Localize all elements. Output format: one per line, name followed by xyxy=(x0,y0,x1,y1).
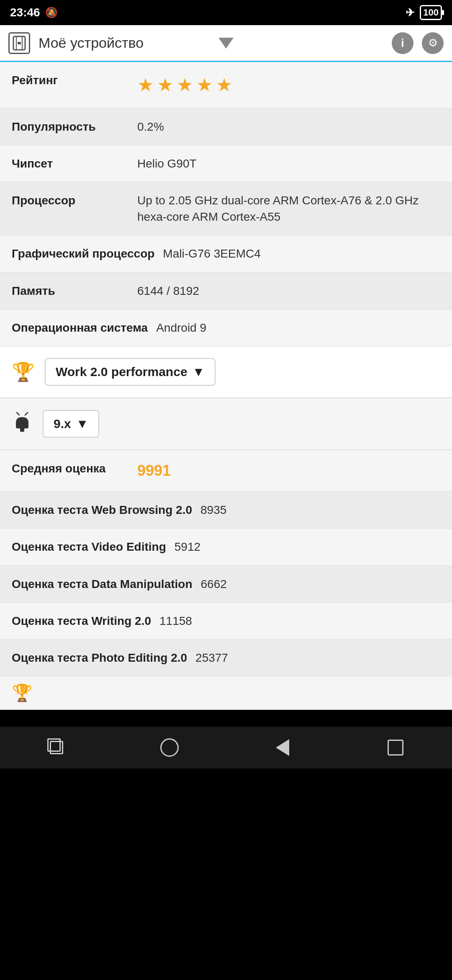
video-editing-label: Оценка теста Video Editing xyxy=(12,539,166,555)
os-label: Операционная система xyxy=(12,320,148,336)
memory-row: Память 6144 / 8192 xyxy=(0,273,452,309)
partial-row: 🏆 xyxy=(0,676,452,710)
os-value: Android 9 xyxy=(156,320,440,336)
data-manipulation-label: Оценка теста Data Manipulation xyxy=(12,576,193,592)
benchmark-dropdown-arrow: ▼ xyxy=(193,365,205,379)
notification-icon: 🔕 xyxy=(45,7,58,18)
star-1: ★ xyxy=(137,72,154,98)
android-version-section: 9.x ▼ xyxy=(0,398,452,450)
svg-line-6 xyxy=(17,413,19,415)
svg-rect-3 xyxy=(18,42,21,44)
average-score-row: Средняя оценка 9991 xyxy=(0,450,452,492)
memory-label: Память xyxy=(12,283,129,299)
benchmark-section: 🏆 Work 2.0 performance ▼ xyxy=(0,346,452,398)
status-bar: 23:46 🔕 ✈ 100 xyxy=(0,0,452,25)
rating-row: Рейтинг ★ ★ ★ ★ ★ xyxy=(0,62,452,108)
benchmark-name: Work 2.0 performance xyxy=(56,365,187,379)
web-browsing-value: 8935 xyxy=(200,502,440,518)
writing-row: Оценка теста Writing 2.0 11158 xyxy=(0,603,452,640)
airplane-icon: ✈ xyxy=(406,6,415,19)
status-left: 23:46 🔕 xyxy=(10,6,58,19)
photo-editing-label: Оценка теста Photo Editing 2.0 xyxy=(12,650,187,666)
average-score-label: Средняя оценка xyxy=(12,460,129,477)
black-gap xyxy=(0,710,452,727)
data-manipulation-value: 6662 xyxy=(201,576,440,592)
popularity-row: Популярность 0.2% xyxy=(0,108,452,145)
battery-icon: 100 xyxy=(420,5,442,20)
square-icon xyxy=(388,740,403,756)
data-manipulation-row: Оценка теста Data Manipulation 6662 xyxy=(0,566,452,603)
android-version-arrow: ▼ xyxy=(76,417,89,431)
writing-value: 11158 xyxy=(159,613,440,629)
page-title: Моё устройство xyxy=(39,35,383,51)
nav-home-button[interactable] xyxy=(157,735,182,760)
rating-label: Рейтинг xyxy=(12,72,129,88)
cpu-row: Процессор Up to 2.05 GHz dual-core ARM C… xyxy=(0,182,452,235)
star-5: ★ xyxy=(216,72,232,98)
gear-icon: ⚙ xyxy=(428,36,438,49)
chipset-label: Чипсет xyxy=(12,155,129,172)
os-row: Операционная система Android 9 xyxy=(0,309,452,346)
score-section: Средняя оценка 9991 Оценка теста Web Bro… xyxy=(0,450,452,710)
back-icon xyxy=(276,739,289,756)
web-browsing-label: Оценка теста Web Browsing 2.0 xyxy=(12,502,192,518)
chipset-value: Helio G90T xyxy=(137,155,440,172)
battery-display: 100 xyxy=(420,5,442,20)
video-editing-row: Оценка теста Video Editing 5912 xyxy=(0,529,452,565)
popularity-label: Популярность xyxy=(12,119,129,135)
recents-icon xyxy=(47,738,66,757)
trophy-icon: 🏆 xyxy=(12,361,35,383)
spec-table: Рейтинг ★ ★ ★ ★ ★ Популярность 0.2% Чипс… xyxy=(0,62,452,346)
gpu-label: Графический процессор xyxy=(12,245,154,262)
nav-recents-button[interactable] xyxy=(44,735,69,760)
status-right: ✈ 100 xyxy=(406,5,442,20)
bottom-nav xyxy=(0,727,452,769)
gpu-value: Mali-G76 3EEMC4 xyxy=(163,245,440,262)
photo-editing-row: Оценка теста Photo Editing 2.0 25377 xyxy=(0,640,452,676)
info-button[interactable]: i xyxy=(392,32,413,54)
android-icon xyxy=(12,411,33,437)
stars-container: ★ ★ ★ ★ ★ xyxy=(137,72,440,98)
header-actions: i ⚙ xyxy=(392,32,444,54)
cpu-value: Up to 2.05 GHz dual-core ARM Cortex-A76 … xyxy=(137,192,440,225)
app-header: Моё устройство i ⚙ xyxy=(0,25,452,62)
popularity-value: 0.2% xyxy=(137,119,440,135)
svg-line-7 xyxy=(25,413,28,415)
time-display: 23:46 xyxy=(10,6,40,19)
photo-editing-value: 25377 xyxy=(195,650,440,666)
memory-value: 6144 / 8192 xyxy=(137,283,440,299)
cpu-label: Процессор xyxy=(12,192,129,209)
nav-back-button[interactable] xyxy=(270,735,295,760)
settings-button[interactable]: ⚙ xyxy=(422,32,444,54)
star-4: ★ xyxy=(196,72,213,98)
gpu-row: Графический процессор Mali-G76 3EEMC4 xyxy=(0,235,452,272)
device-icon xyxy=(8,32,30,54)
nav-square-button[interactable] xyxy=(383,735,408,760)
benchmark-selector[interactable]: Work 2.0 performance ▼ xyxy=(45,358,216,386)
star-3: ★ xyxy=(177,72,193,98)
home-icon xyxy=(160,738,179,757)
web-browsing-row: Оценка теста Web Browsing 2.0 8935 xyxy=(0,492,452,529)
center-arrow-icon xyxy=(218,38,234,49)
android-version-selector[interactable]: 9.x ▼ xyxy=(43,410,99,438)
rating-value: ★ ★ ★ ★ ★ xyxy=(137,72,440,98)
chipset-row: Чипсет Helio G90T xyxy=(0,145,452,182)
video-editing-value: 5912 xyxy=(175,539,440,555)
partial-trophy-icon: 🏆 xyxy=(12,683,33,703)
star-2: ★ xyxy=(157,72,173,98)
average-score-value: 9991 xyxy=(137,460,440,481)
android-version-value: 9.x xyxy=(54,417,71,431)
writing-label: Оценка теста Writing 2.0 xyxy=(12,613,151,629)
